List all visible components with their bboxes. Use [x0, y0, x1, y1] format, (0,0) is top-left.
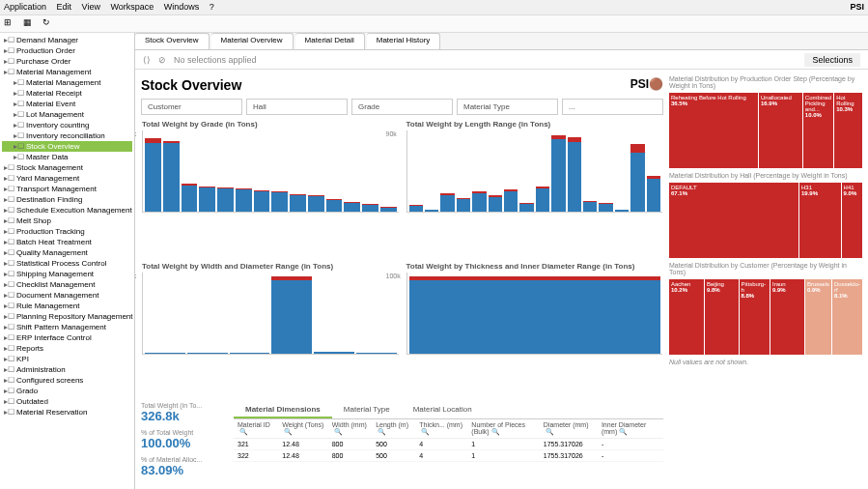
toolbar-icon[interactable]: ⊞ — [4, 17, 17, 31]
treemap-cell[interactable]: Hot Rolling10.3% — [834, 93, 862, 168]
selection-clear-icon[interactable]: ⊘ — [158, 55, 166, 65]
bar[interactable] — [615, 210, 629, 212]
bar[interactable] — [344, 202, 360, 213]
tree-item[interactable]: ▸☐Destination Finding — [2, 194, 132, 205]
tree-item[interactable]: ▸☐Grado — [2, 386, 132, 396]
table-tab-type[interactable]: Material Type — [332, 402, 402, 418]
tree-item[interactable]: ▸☐Material Management — [2, 67, 132, 77]
chart-weight-by-thickness[interactable]: Total Weight by Thickness and Inner Diam… — [406, 261, 664, 399]
bar[interactable] — [440, 193, 454, 212]
tree-item[interactable]: ▸☐Master Data — [2, 152, 132, 162]
bar[interactable] — [647, 176, 660, 212]
tree-item[interactable]: ▸☐Planning Repository Management — [2, 311, 132, 322]
treemap-cell[interactable]: Combined Pickling and...10.0% — [803, 93, 833, 168]
bar[interactable] — [568, 137, 581, 212]
tree-item[interactable]: ▸☐Demand Manager — [2, 35, 132, 45]
treemap-cell[interactable]: Iraun9.9% — [770, 279, 804, 355]
col-header[interactable]: Diameter (mm)🔍 — [540, 419, 598, 439]
menu-workspace[interactable]: Workspace — [110, 2, 154, 12]
filter-material-type[interactable]: Material Type — [457, 99, 558, 115]
tree-item[interactable]: ▸☐Quality Management — [2, 247, 132, 258]
tree-item[interactable]: ▸☐Schedule Execution Management — [2, 205, 132, 216]
tree-item[interactable]: ▸☐Lot Management — [2, 109, 132, 120]
bar[interactable] — [236, 188, 252, 212]
tree-item[interactable]: ▸☐Material Receipt — [2, 88, 132, 99]
bar[interactable] — [551, 135, 565, 212]
bar[interactable] — [519, 203, 533, 212]
menu-edit[interactable]: Edit — [57, 2, 72, 12]
table-tab-location[interactable]: Material Location — [402, 402, 484, 418]
table-tab-dimensions[interactable]: Material Dimensions — [234, 402, 332, 418]
material-table[interactable]: Material ID🔍Weight (Tons)🔍Width (mm)🔍Len… — [234, 419, 663, 462]
menu-view[interactable]: View — [82, 2, 100, 12]
bar[interactable] — [380, 207, 397, 212]
treemap-cell[interactable]: Beijing9.8% — [705, 279, 739, 355]
col-header[interactable]: Weight (Tons)🔍 — [278, 419, 327, 439]
tree-item[interactable]: ▸☐Reports — [2, 343, 132, 354]
table-row[interactable]: 32212.48800500411755.317026- — [234, 450, 663, 462]
bar[interactable] — [409, 205, 423, 212]
bar[interactable] — [217, 187, 234, 212]
bar[interactable] — [489, 195, 502, 212]
treemap-cell[interactable]: Brussels0.9% — [805, 279, 831, 355]
selection-nav-icon[interactable]: ⟨⟩ — [143, 55, 151, 65]
bar[interactable] — [254, 190, 270, 212]
bar[interactable] — [504, 189, 518, 212]
tree-item[interactable]: ▸☐Transport Management — [2, 184, 132, 194]
tree-item[interactable]: ▸☐Statistical Process Control — [2, 258, 132, 269]
chart-weight-by-width[interactable]: Total Weight by Width and Diameter Range… — [141, 261, 400, 399]
tree-item[interactable]: ▸☐Rule Management — [2, 301, 132, 311]
tree-item[interactable]: ▸☐Batch Heat Treatment — [2, 237, 132, 247]
tab-stock-overview[interactable]: Stock Overview — [135, 33, 210, 49]
treemap-cell[interactable]: Pittsburg-h8.8% — [740, 279, 770, 355]
bar[interactable] — [356, 353, 397, 354]
tree-item[interactable]: ▸☐Production Tracking — [2, 226, 132, 237]
treemap[interactable]: Reheating Before Hot Rolling36.5%Unalloc… — [669, 93, 862, 168]
menu-application[interactable]: Application — [4, 2, 46, 12]
col-header[interactable]: Material ID🔍 — [234, 419, 278, 439]
tree-item[interactable]: ▸☐Yard Management — [2, 173, 132, 184]
selections-button[interactable]: Selections — [804, 53, 860, 67]
filter-more[interactable]: ... — [562, 99, 663, 115]
tree-item[interactable]: ▸☐Production Order — [2, 45, 132, 56]
tree-item[interactable]: ▸☐Melt Shop — [2, 216, 132, 226]
bar[interactable] — [182, 184, 198, 212]
tree-item[interactable]: ▸☐Material Management — [2, 77, 132, 88]
treemap-cell[interactable]: H419.0% — [842, 183, 862, 258]
bar[interactable] — [326, 199, 343, 212]
col-header[interactable]: Number of Pieces (Bulk)🔍 — [467, 419, 539, 439]
col-header[interactable]: Width (mm)🔍 — [328, 419, 373, 439]
bar[interactable] — [290, 194, 306, 212]
bar[interactable] — [145, 138, 161, 212]
bar[interactable] — [425, 210, 438, 212]
tree-item[interactable]: ▸☐Purchase Order — [2, 56, 132, 67]
bar[interactable] — [583, 201, 597, 212]
col-header[interactable]: Inner Diameter (mm)🔍 — [598, 419, 663, 439]
tree-item[interactable]: ▸☐Material Event — [2, 99, 132, 109]
filter-hall[interactable]: Hall — [246, 99, 348, 115]
tree-item[interactable]: ▸☐ERP Interface Control — [2, 332, 132, 343]
toolbar-icon[interactable]: ↻ — [42, 17, 56, 31]
bar[interactable] — [271, 276, 312, 354]
tree-item[interactable]: ▸☐Inventory counting — [2, 120, 132, 130]
tree-item[interactable]: ▸☐Configured screens — [2, 375, 132, 386]
treemap[interactable]: Aachen10.2%Beijing9.8%Pittsburg-h8.8%Ira… — [669, 279, 862, 355]
bar[interactable] — [230, 353, 270, 354]
col-header[interactable]: Thickn... (mm)🔍 — [415, 419, 467, 439]
treemap-cell[interactable]: Unallocated16.9% — [759, 93, 802, 168]
tab-material-detail[interactable]: Material Detail — [295, 33, 365, 49]
bar[interactable] — [457, 198, 470, 212]
tree-item[interactable]: ▸☐Stock Management — [2, 162, 132, 173]
treemap-cell[interactable]: Reheating Before Hot Rolling36.5% — [669, 93, 758, 168]
bar[interactable] — [472, 191, 486, 212]
filter-grade[interactable]: Grade — [351, 99, 453, 115]
tab-material-overview[interactable]: Material Overview — [211, 33, 294, 49]
bar[interactable] — [362, 204, 378, 212]
bar[interactable] — [599, 203, 612, 212]
tree-item[interactable]: ▸☐Administration — [2, 364, 132, 375]
tree-item[interactable]: ▸☐Document Management — [2, 290, 132, 301]
bar[interactable] — [199, 187, 215, 212]
tree-item[interactable]: ▸☐Inventory reconciliation — [2, 130, 132, 141]
bar[interactable] — [187, 353, 228, 354]
bar[interactable] — [163, 141, 180, 213]
